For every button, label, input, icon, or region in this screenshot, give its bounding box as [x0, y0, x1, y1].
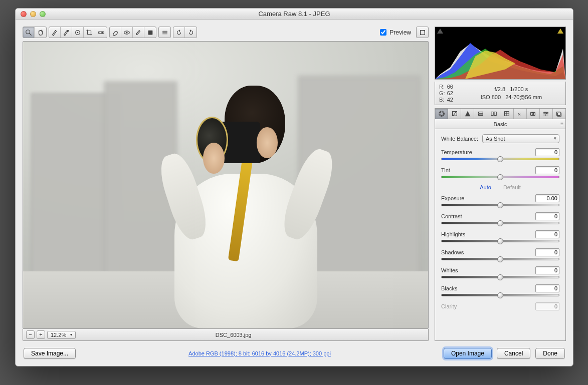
rotate-cw-icon[interactable] — [185, 27, 197, 38]
temperature-input[interactable] — [535, 148, 559, 156]
cancel-button[interactable]: Cancel — [497, 348, 530, 359]
spot-removal-icon[interactable] — [110, 27, 121, 38]
grad-filter-icon[interactable] — [144, 27, 156, 38]
info-panel: R: G: B: 66 62 42 f/2.8 1/200 s ISO 800 … — [435, 82, 566, 105]
contrast-slider[interactable] — [441, 222, 559, 224]
r-value: 66 — [447, 84, 453, 90]
tab-lens-corrections-icon[interactable] — [500, 109, 513, 119]
tint-input[interactable] — [535, 166, 559, 174]
shadow-clipping-icon[interactable] — [437, 29, 443, 34]
highlights-input[interactable] — [535, 230, 559, 238]
svg-rect-21 — [478, 114, 483, 116]
white-balance-select[interactable]: As Shot — [482, 134, 559, 143]
temperature-slider[interactable] — [441, 158, 559, 160]
window-title: Camera Raw 8.1 - JPEG — [16, 10, 573, 18]
toolbar: Preview — [23, 27, 429, 38]
tab-hsl-icon[interactable] — [474, 109, 487, 119]
whites-input[interactable] — [535, 266, 559, 274]
zoom-tool-icon[interactable] — [23, 27, 35, 38]
workflow-options-link[interactable]: Adobe RGB (1998); 8 bit; 6016 by 4016 (2… — [76, 350, 444, 356]
tab-split-toning-icon[interactable] — [487, 109, 500, 119]
whites-label: Whites — [441, 267, 458, 273]
camera-raw-window: Camera Raw 8.1 - JPEG — [15, 8, 573, 366]
preview-toggle[interactable]: Preview — [380, 29, 411, 36]
adjustment-brush-icon[interactable] — [133, 27, 144, 38]
photo-content — [23, 42, 428, 328]
zoom-icon[interactable] — [40, 11, 46, 17]
panel-tabs: fx — [435, 108, 566, 119]
highlight-clipping-icon[interactable] — [557, 29, 563, 34]
tab-detail-icon[interactable] — [461, 109, 474, 119]
tab-basic-icon[interactable] — [435, 109, 448, 119]
minimize-icon[interactable] — [30, 11, 36, 17]
shadows-slider[interactable] — [441, 258, 559, 260]
exposure-label: Exposure — [441, 195, 464, 201]
image-preview[interactable] — [23, 41, 429, 329]
svg-point-10 — [126, 32, 127, 33]
panel-menu-icon[interactable]: ≡ — [560, 121, 563, 127]
b-label: B: — [439, 97, 445, 103]
redeye-tool-icon[interactable] — [121, 27, 133, 38]
contrast-label: Contrast — [441, 213, 462, 219]
svg-point-34 — [546, 113, 547, 114]
zoom-in-button[interactable]: + — [37, 330, 45, 339]
tab-tone-curve-icon[interactable] — [448, 109, 461, 119]
tint-slider[interactable] — [441, 176, 559, 178]
clarity-input[interactable] — [535, 302, 559, 310]
traffic-lights — [16, 11, 46, 17]
tab-snapshots-icon[interactable] — [553, 109, 565, 119]
target-adjust-icon[interactable] — [72, 27, 84, 38]
tab-effects-icon[interactable]: fx — [514, 109, 527, 119]
highlights-label: Highlights — [441, 231, 465, 237]
svg-rect-15 — [420, 30, 425, 35]
svg-point-2 — [67, 30, 68, 31]
blacks-slider[interactable] — [441, 294, 559, 296]
open-image-button[interactable]: Open Image — [444, 348, 492, 359]
done-button[interactable]: Done — [535, 348, 565, 359]
zoom-value: 12.2% — [51, 332, 66, 338]
white-balance-tool-icon[interactable] — [49, 27, 61, 38]
exif-info: f/2.8 1/200 s ISO 800 24-70@56 mm — [461, 85, 561, 102]
svg-point-33 — [544, 112, 545, 113]
hand-tool-icon[interactable] — [35, 27, 46, 38]
exposure-slider[interactable] — [441, 204, 559, 206]
panel-title-bar: Basic ≡ — [435, 119, 566, 129]
zoom-out-button[interactable]: − — [26, 330, 35, 339]
color-sampler-icon[interactable] — [61, 27, 72, 38]
zoom-select[interactable]: 12.2%▾ — [47, 331, 76, 339]
save-image-button[interactable]: Save Image... — [24, 348, 76, 359]
svg-line-1 — [30, 33, 32, 35]
g-value: 62 — [447, 90, 453, 96]
highlights-slider[interactable] — [441, 240, 559, 242]
rotate-ccw-icon[interactable] — [173, 27, 185, 38]
fullscreen-icon[interactable] — [417, 27, 428, 38]
svg-rect-37 — [558, 113, 561, 116]
straighten-tool-icon[interactable] — [95, 27, 107, 38]
histogram[interactable] — [435, 27, 566, 80]
svg-point-17 — [440, 112, 443, 116]
basic-panel: White Balance: As Shot Temperature Tint … — [435, 129, 566, 341]
svg-rect-20 — [478, 112, 483, 114]
tab-camera-calibration-icon[interactable] — [527, 109, 540, 119]
auto-link[interactable]: Auto — [480, 184, 491, 190]
image-status-bar: − + 12.2%▾ DSC_6003.jpg — [23, 329, 429, 341]
svg-rect-11 — [148, 30, 152, 35]
shadows-input[interactable] — [535, 248, 559, 256]
svg-point-29 — [532, 113, 534, 115]
r-label: R: — [439, 84, 445, 90]
svg-text:fx: fx — [518, 112, 521, 117]
temperature-label: Temperature — [441, 149, 472, 155]
blacks-input[interactable] — [535, 284, 559, 292]
close-icon[interactable] — [21, 11, 27, 17]
preview-checkbox[interactable] — [380, 29, 386, 36]
radial-filter-icon[interactable] — [159, 27, 170, 38]
exposure-input[interactable] — [535, 194, 559, 202]
whites-slider[interactable] — [441, 276, 559, 278]
contrast-input[interactable] — [535, 212, 559, 220]
tint-label: Tint — [441, 167, 450, 173]
bottom-bar: Save Image... Adobe RGB (1998); 8 bit; 6… — [23, 346, 566, 359]
clarity-label: Clarity — [441, 303, 457, 309]
tab-presets-icon[interactable] — [540, 109, 553, 119]
crop-tool-icon[interactable] — [84, 27, 95, 38]
default-link[interactable]: Default — [503, 184, 521, 190]
